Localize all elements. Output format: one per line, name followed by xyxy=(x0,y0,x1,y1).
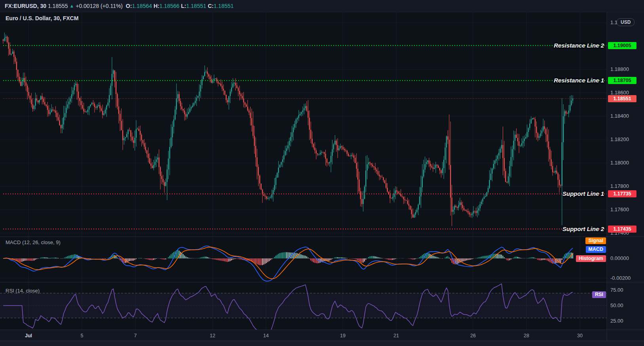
chart-canvas[interactable] xyxy=(0,0,644,346)
close-label: C: xyxy=(208,3,214,9)
low-value: 1.18551 xyxy=(186,3,206,9)
price-change: +0.00128 (+0.11%) xyxy=(76,3,123,9)
symbol-name[interactable]: FX:EURUSD, 30 xyxy=(5,3,46,9)
high-label: H: xyxy=(154,3,160,9)
currency-toggle-button[interactable]: USD xyxy=(617,18,635,26)
open-label: O: xyxy=(126,3,132,9)
low-label: L: xyxy=(181,3,186,9)
close-value: 1.18551 xyxy=(214,3,234,9)
tradingview-chart: FX:EURUSD, 30 1.18555 ▲ +0.00128 (+0.11%… xyxy=(0,0,644,346)
last-price: 1.18555 xyxy=(48,3,68,9)
up-arrow-icon: ▲ xyxy=(69,3,74,9)
high-value: 1.18566 xyxy=(160,3,180,9)
symbol-info-bar: FX:EURUSD, 30 1.18555 ▲ +0.00128 (+0.11%… xyxy=(0,0,644,12)
open-value: 1.18564 xyxy=(132,3,152,9)
bottom-toolbar xyxy=(0,341,644,346)
